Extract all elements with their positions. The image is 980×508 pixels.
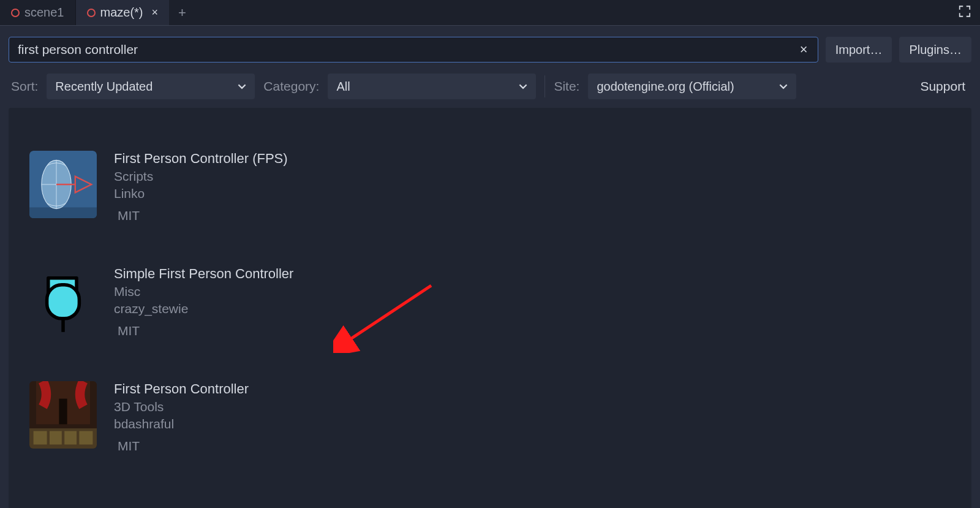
add-tab-button[interactable]: + <box>170 5 195 21</box>
asset-meta: First Person Controller 3D Tools bdashra… <box>114 381 249 453</box>
svg-rect-8 <box>59 399 67 425</box>
category-select[interactable]: All <box>328 74 536 99</box>
asset-title: First Person Controller (FPS) <box>114 151 288 167</box>
asset-category: Scripts <box>114 169 288 184</box>
chevron-down-icon <box>519 80 527 94</box>
asset-license: MIT <box>114 324 293 338</box>
scene-icon <box>87 9 96 17</box>
svg-rect-10 <box>34 431 47 444</box>
asset-thumbnail <box>29 266 97 333</box>
site-select[interactable]: godotengine.org (Official) <box>588 74 796 99</box>
search-input-wrapper[interactable]: × <box>9 37 818 63</box>
tab-label: scene1 <box>24 6 64 20</box>
svg-rect-4 <box>47 285 80 319</box>
separator <box>545 75 545 97</box>
asset-result[interactable]: First Person Controller (FPS) Scripts Li… <box>29 151 951 223</box>
filter-row: Sort: Recently Updated Category: All Sit… <box>0 67 980 108</box>
asset-title: Simple First Person Controller <box>114 266 293 282</box>
asset-category: 3D Tools <box>114 400 249 414</box>
svg-rect-1 <box>29 207 97 218</box>
asset-title: First Person Controller <box>114 381 249 397</box>
sort-select[interactable]: Recently Updated <box>47 74 255 99</box>
search-row: × Import… Plugins… <box>0 26 980 67</box>
asset-author: Linko <box>114 186 288 201</box>
site-value: godotengine.org (Official) <box>597 80 734 94</box>
tab-strip: scene1 maze(*) × + <box>0 0 980 26</box>
chevron-down-icon <box>238 80 246 94</box>
clear-icon[interactable]: × <box>797 42 810 58</box>
results-panel: First Person Controller (FPS) Scripts Li… <box>9 108 971 508</box>
sort-label: Sort: <box>11 79 38 94</box>
asset-category: Misc <box>114 284 293 299</box>
asset-license: MIT <box>114 439 249 453</box>
tab-label: maze(*) <box>100 6 143 20</box>
asset-meta: First Person Controller (FPS) Scripts Li… <box>114 151 288 223</box>
asset-thumbnail <box>29 381 97 449</box>
svg-rect-12 <box>64 431 77 444</box>
support-button[interactable]: Support <box>920 79 969 94</box>
category-label: Category: <box>263 79 319 94</box>
asset-thumbnail <box>29 151 97 218</box>
asset-author: bdashraful <box>114 417 249 431</box>
asset-meta: Simple First Person Controller Misc craz… <box>114 266 293 338</box>
plugins-button[interactable]: Plugins… <box>899 37 971 63</box>
asset-result[interactable]: First Person Controller 3D Tools bdashra… <box>29 381 951 453</box>
asset-result[interactable]: Simple First Person Controller Misc craz… <box>29 266 951 338</box>
import-button[interactable]: Import… <box>826 37 892 63</box>
site-label: Site: <box>554 79 579 94</box>
scene-icon <box>11 9 20 17</box>
svg-rect-13 <box>79 431 92 444</box>
svg-rect-11 <box>50 431 62 444</box>
asset-license: MIT <box>114 208 288 223</box>
fullscreen-icon[interactable] <box>958 4 971 21</box>
search-input[interactable] <box>17 42 797 58</box>
tab-scene1[interactable]: scene1 <box>0 0 76 25</box>
chevron-down-icon <box>779 80 788 94</box>
close-icon[interactable]: × <box>152 6 159 19</box>
category-value: All <box>336 80 350 94</box>
tab-maze[interactable]: maze(*) × <box>76 0 170 25</box>
sort-value: Recently Updated <box>55 80 153 94</box>
asset-author: crazy_stewie <box>114 301 293 316</box>
